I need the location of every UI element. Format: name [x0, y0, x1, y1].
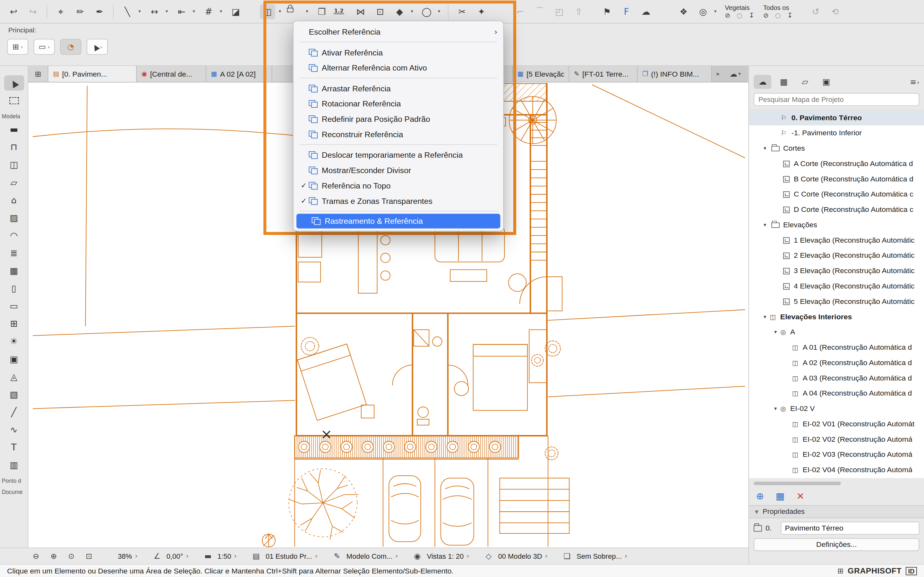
- trim-corner-icon[interactable]: ⌐: [513, 4, 528, 19]
- history-back-icon[interactable]: ↺: [808, 4, 823, 19]
- menu-item-rastreamento-referencia[interactable]: Rastreamento & Referência: [296, 214, 501, 229]
- render-settings-icon[interactable]: ❖: [676, 4, 691, 19]
- text-tool[interactable]: T: [4, 440, 24, 455]
- hide-layer-icon[interactable]: ⊘: [725, 11, 730, 19]
- chevron-right-icon[interactable]: ›: [917, 79, 919, 85]
- layer-down-icon[interactable]: ↧: [749, 11, 754, 19]
- marquee-mode-button[interactable]: ⊞›: [7, 39, 28, 55]
- zone-tool[interactable]: ▣: [4, 351, 24, 367]
- trace-toggle-button[interactable]: ◔: [60, 39, 81, 55]
- menu-item-mostrar-esconder-divisor[interactable]: Mostrar/Esconder Divisor: [294, 163, 503, 178]
- layer-combo-vegetais[interactable]: Vegetais ⊘ ◌ ↧: [725, 4, 754, 19]
- menu-item-reconstruir-referencia[interactable]: Reconstruir Referência: [294, 127, 503, 142]
- tree-item-elevacao-1[interactable]: 1 Elevação (Reconstrução Automátic: [749, 233, 924, 248]
- tree-folder-cortes[interactable]: ▾ Cortes: [749, 141, 924, 156]
- resize-box-icon[interactable]: ◰: [551, 4, 567, 19]
- layer-ring-icon[interactable]: ◌: [775, 11, 781, 19]
- definicoes-button[interactable]: Definições...: [754, 538, 919, 551]
- adjust-elements-icon[interactable]: ⊡: [373, 4, 388, 19]
- chevron-down-icon[interactable]: ▾: [304, 9, 310, 15]
- view-map-button[interactable]: ▦: [775, 75, 792, 89]
- object-tool[interactable]: ⊞: [4, 316, 24, 332]
- properties-header[interactable]: ▼ Propriedades: [749, 505, 924, 518]
- tree-item-corte-a[interactable]: A Corte (Reconstrução Automática d: [749, 156, 924, 171]
- tree-item-ei02-v01[interactable]: ◫ EI-02 V01 (Reconstrução Automát: [749, 416, 924, 432]
- tab-cloud-control[interactable]: ☁ ▾: [724, 66, 748, 82]
- marquee-tool[interactable]: [4, 93, 24, 108]
- tree-item-corte-d[interactable]: D Corte (Reconstrução Automática c: [749, 202, 924, 218]
- tree-expand-icon[interactable]: ▾: [771, 406, 780, 412]
- arrow-style-icon[interactable]: ↔: [147, 4, 162, 19]
- find-select-icon[interactable]: ⌖: [53, 4, 68, 19]
- view-settings-icon[interactable]: ▦: [776, 490, 785, 501]
- split-icon[interactable]: ✂: [454, 4, 470, 19]
- lamp-tool[interactable]: ☀: [4, 334, 24, 349]
- disclosure-icon[interactable]: ▼: [755, 509, 758, 514]
- link-elements-icon[interactable]: ❐: [314, 4, 330, 19]
- tree-item-corte-c[interactable]: C Corte (Reconstrução Automática c: [749, 187, 924, 202]
- chevron-down-icon[interactable]: ▾: [218, 9, 224, 15]
- tab-central[interactable]: ◉ [Central de...: [137, 66, 206, 82]
- tab-info-bim[interactable]: ❒ (!) INFO BIM...: [638, 66, 712, 82]
- renovation-filter-control[interactable]: ◇ 00 Modelo 3D ›: [482, 552, 548, 561]
- menu-item-tramas-transparentes[interactable]: ✓ Tramas e Zonas Transparentes: [294, 193, 503, 208]
- hide-layer-icon[interactable]: ⊘: [763, 11, 769, 19]
- tab-pavimento-terreo[interactable]: ▤ [0. Pavimen...: [48, 66, 137, 82]
- layer-down-icon[interactable]: ↧: [787, 11, 793, 19]
- tree-item-elevacao-4[interactable]: 4 Elevação (Reconstrução Automátic: [749, 279, 924, 294]
- line-tool[interactable]: ╱: [4, 405, 24, 420]
- tab-overflow-icon[interactable]: »: [712, 66, 724, 82]
- tree-item-a04[interactable]: ◫ A 04 (Reconstrução Automática d: [749, 386, 924, 401]
- tree-item-a02[interactable]: ◫ A 02 (Reconstrução Automática d: [749, 355, 924, 371]
- chevron-down-icon[interactable]: ▾: [436, 9, 442, 15]
- tab-overview-button[interactable]: ⊞: [28, 66, 48, 82]
- layer-combination-control[interactable]: ▤ 01 Estudo Pr... ›: [250, 552, 317, 561]
- door-tool[interactable]: ⊓: [4, 139, 24, 155]
- tab-a02[interactable]: ▦ A 02 [A 02]: [206, 66, 272, 82]
- project-map-button[interactable]: ☁: [754, 75, 771, 89]
- zoom-out-icon[interactable]: ⊖: [29, 552, 42, 561]
- search-elements-icon[interactable]: ◎: [695, 4, 711, 19]
- add-view-icon[interactable]: ⊕: [756, 490, 764, 501]
- layout-book-button[interactable]: ▱: [796, 75, 814, 89]
- menu-item-referencia-no-topo[interactable]: ✓ Referência no Topo: [294, 178, 503, 193]
- arrow-tool[interactable]: ▲: [4, 75, 24, 91]
- zoom-level-control[interactable]: 38% ›: [118, 552, 137, 560]
- cloud-sync-icon[interactable]: ☁: [638, 4, 654, 19]
- menu-item-rotacionar-referencia[interactable]: Rotacionar Referência: [294, 96, 503, 111]
- dimension-style-icon[interactable]: ⇤: [174, 4, 189, 19]
- dimension-12-icon[interactable]: 1.2: [334, 4, 349, 19]
- tree-expand-icon[interactable]: ▾: [761, 145, 769, 151]
- skewed-grid-icon[interactable]: ◪: [228, 4, 244, 19]
- window-tool[interactable]: ◫: [4, 157, 24, 172]
- delete-view-icon[interactable]: ✕: [796, 490, 804, 501]
- tree-expand-icon[interactable]: ▾: [771, 329, 780, 335]
- elevate-icon[interactable]: ⇧: [571, 4, 586, 19]
- mesh-tool[interactable]: ▨: [4, 210, 24, 226]
- inject-parameters-icon[interactable]: ✒: [92, 4, 107, 19]
- pen-set-icon[interactable]: ◆: [392, 4, 407, 19]
- selection-mode-button[interactable]: ▭›: [34, 39, 55, 55]
- pick-up-parameters-icon[interactable]: ✏: [73, 4, 88, 19]
- chevron-down-icon[interactable]: ▾: [137, 9, 142, 15]
- menu-item-redefinir-posicao[interactable]: Redefinir para Posição Padrão: [294, 111, 503, 127]
- tree-item-story-terreo[interactable]: ⚐ 0. Pavimento Térreo: [749, 110, 924, 125]
- tree-item-story-inferior[interactable]: ⚐ -1. Pavimento Inferior: [749, 125, 924, 141]
- fill-tool[interactable]: ▧: [4, 387, 24, 402]
- wall-tool[interactable]: ▬: [4, 122, 24, 137]
- layer-ring-icon[interactable]: ◌: [737, 11, 742, 19]
- tree-item-elevacao-5[interactable]: 5 Elevação (Reconstrução Automátic: [749, 294, 924, 309]
- fit-in-window-icon[interactable]: ⊡: [82, 552, 95, 561]
- beam-tool[interactable]: ▭: [4, 298, 24, 314]
- rotation-control[interactable]: ∠ 0,00° ›: [150, 552, 189, 561]
- menu-item-alternar-referencia[interactable]: Alternar Referência com Ativo: [294, 60, 503, 75]
- scale-control[interactable]: ▬ 1:50 ›: [202, 552, 237, 561]
- tab-ft01[interactable]: ✎ [FT-01 Terre...: [569, 66, 638, 82]
- tree-item-elevacao-3[interactable]: 3 Elevação (Reconstrução Automátic: [749, 263, 924, 279]
- search-input[interactable]: [754, 93, 919, 106]
- lock-icon[interactable]: [287, 4, 302, 19]
- history-forward-icon[interactable]: ⟲: [827, 4, 843, 19]
- snap-grid-icon[interactable]: #: [201, 4, 216, 19]
- layer-combo-todos[interactable]: Todos os ⊘ ◌ ↧: [763, 4, 793, 19]
- curtain-wall-tool[interactable]: ▦: [4, 263, 24, 279]
